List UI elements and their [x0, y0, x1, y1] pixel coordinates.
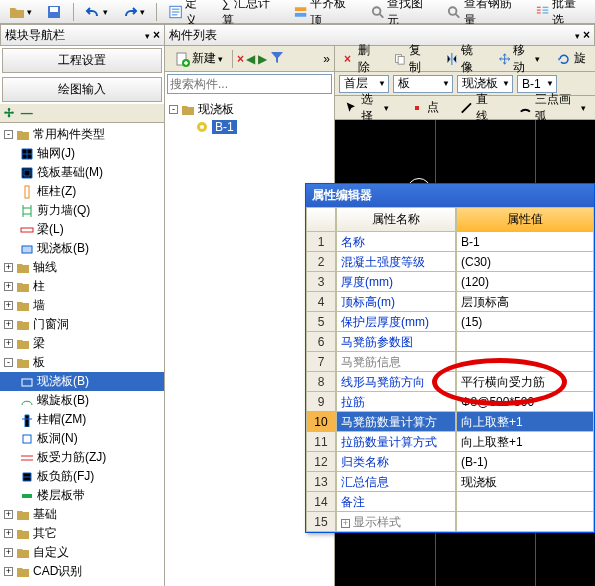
rotate-btn[interactable]: 旋: [551, 48, 591, 69]
svg-rect-4: [295, 12, 306, 16]
tree-label[interactable]: 柱帽(ZM): [37, 411, 86, 428]
svg-rect-12: [22, 494, 32, 498]
filter-icon[interactable]: [269, 49, 285, 68]
tree-label[interactable]: 现浇板(B): [37, 240, 89, 257]
prop-row[interactable]: 12归类名称(B-1): [306, 452, 594, 472]
prop-row[interactable]: 1名称B-1: [306, 232, 594, 252]
toggle-icon[interactable]: +: [4, 510, 13, 519]
comp-tree-item[interactable]: B-1: [212, 120, 237, 134]
tree-label[interactable]: 轴网(J): [37, 145, 75, 162]
svg-rect-18: [398, 56, 404, 64]
tree-label[interactable]: 螺旋板(B): [37, 392, 89, 409]
close-icon[interactable]: ×: [153, 28, 160, 42]
undo-button[interactable]: ▾: [80, 2, 113, 22]
property-editor-title: 属性编辑器: [306, 184, 594, 207]
comp-tree-root[interactable]: 现浇板: [198, 101, 234, 118]
delete-btn[interactable]: × 删除: [339, 40, 382, 78]
move-btn[interactable]: 移动▾: [493, 40, 545, 78]
tree-label[interactable]: 板洞(N): [37, 430, 78, 447]
tree-label[interactable]: 板负筋(FJ): [37, 468, 94, 485]
nav-arrows[interactable]: ◀ ▶: [246, 52, 267, 66]
svg-rect-19: [415, 106, 419, 110]
nav-pane-title: 模块导航栏: [5, 27, 65, 44]
tree-label[interactable]: 轴线: [33, 259, 57, 276]
new-component-button[interactable]: 新建▾: [169, 48, 228, 69]
prop-row[interactable]: 7马凳筋信息: [306, 352, 594, 372]
delete-icon[interactable]: ×: [237, 52, 244, 66]
close-icon[interactable]: ×: [583, 28, 590, 42]
property-editor: 属性编辑器 属性名称 属性值 1名称B-12混凝土强度等级(C30)3厚度(mm…: [305, 183, 595, 533]
engineering-settings-btn[interactable]: 工程设置: [2, 48, 162, 73]
tree-label[interactable]: 筏板基础(M): [37, 164, 103, 181]
toggle-icon[interactable]: +: [4, 263, 13, 272]
prop-row[interactable]: 13汇总信息现浇板: [306, 472, 594, 492]
prop-row[interactable]: 15+显示样式: [306, 512, 594, 532]
prop-row[interactable]: 11拉筋数量计算方式向上取整+1: [306, 432, 594, 452]
name-combo[interactable]: B-1: [517, 75, 557, 93]
tree-label[interactable]: 门窗洞: [33, 316, 69, 333]
prop-col-value: 属性值: [456, 207, 594, 232]
copy-btn[interactable]: 复制: [388, 40, 434, 78]
prop-row[interactable]: 9拉筋Φ8@500*500: [306, 392, 594, 412]
redo-button[interactable]: ▾: [117, 2, 150, 22]
tree-label[interactable]: 剪力墙(Q): [37, 202, 90, 219]
collapse-icon[interactable]: ▾: [575, 31, 580, 41]
tree-label[interactable]: 框柱(Z): [37, 183, 76, 200]
open-dropdown[interactable]: ▾: [4, 2, 37, 22]
tree-label[interactable]: 板受力筋(ZJ): [37, 449, 106, 466]
prop-row[interactable]: 10马凳筋数量计算方向上取整+1: [306, 412, 594, 432]
tree-label[interactable]: CAD识别: [33, 563, 82, 580]
main-toolbar: ▾ ▾ ▾ 定义 ∑ 汇总计算 平齐板顶 查找图元 查看钢筋量 批量选: [0, 0, 595, 24]
toggle-icon[interactable]: +: [4, 301, 13, 310]
svg-rect-1: [50, 7, 58, 12]
point-tool[interactable]: 点: [404, 97, 444, 118]
toggle-icon[interactable]: -: [4, 130, 13, 139]
prop-row[interactable]: 14备注: [306, 492, 594, 512]
prop-row[interactable]: 3厚度(mm)(120): [306, 272, 594, 292]
tree-label[interactable]: 其它: [33, 525, 57, 542]
svg-rect-3: [295, 7, 306, 11]
drawing-input-btn[interactable]: 绘图输入: [2, 77, 162, 102]
svg-point-16: [200, 125, 204, 129]
type-combo[interactable]: 板: [393, 75, 453, 93]
toggle-icon[interactable]: +: [4, 529, 13, 538]
prop-row[interactable]: 4顶标高(m)层顶标高: [306, 292, 594, 312]
subtype-combo[interactable]: 现浇板: [457, 75, 513, 93]
toggle-icon[interactable]: +: [4, 339, 13, 348]
collapse-tool-icon[interactable]: —: [21, 106, 33, 120]
tree-label[interactable]: 梁(L): [37, 221, 64, 238]
tree-label[interactable]: 柱: [33, 278, 45, 295]
svg-rect-11: [23, 435, 31, 443]
tree-label[interactable]: 板: [33, 354, 45, 371]
svg-rect-9: [22, 246, 32, 253]
module-nav-panel: 工程设置 绘图输入 ✢ — -常用构件类型 轴网(J) 筏板基础(M) 框柱(Z…: [0, 46, 165, 586]
module-tree[interactable]: -常用构件类型 轴网(J) 筏板基础(M) 框柱(Z) 剪力墙(Q) 梁(L) …: [0, 123, 164, 586]
tree-label[interactable]: 梁: [33, 335, 45, 352]
tree-label[interactable]: 楼层板带: [37, 487, 85, 504]
collapse-icon[interactable]: ▾: [145, 31, 150, 41]
prop-row[interactable]: 2混凝土强度等级(C30): [306, 252, 594, 272]
toggle-icon[interactable]: +: [4, 282, 13, 291]
expand-tool-icon[interactable]: ✢: [4, 106, 14, 120]
tree-label[interactable]: 现浇板(B): [37, 373, 89, 390]
prop-row[interactable]: 6马凳筋参数图: [306, 332, 594, 352]
prop-row[interactable]: 5保护层厚度(mm)(15): [306, 312, 594, 332]
toggle-icon[interactable]: +: [4, 567, 13, 576]
svg-rect-8: [21, 228, 33, 232]
toggle-icon[interactable]: +: [4, 320, 13, 329]
prop-col-name: 属性名称: [336, 207, 456, 232]
more-icon[interactable]: »: [323, 52, 330, 66]
search-input[interactable]: [167, 74, 332, 94]
toggle-icon[interactable]: -: [4, 358, 13, 367]
tree-label[interactable]: 墙: [33, 297, 45, 314]
tree-label[interactable]: 自定义: [33, 544, 69, 561]
toggle-icon[interactable]: +: [4, 548, 13, 557]
floor-combo[interactable]: 首层: [339, 75, 389, 93]
svg-point-5: [372, 7, 380, 15]
mirror-btn[interactable]: 镜像: [440, 40, 486, 78]
tree-label[interactable]: 常用构件类型: [33, 126, 105, 143]
tree-label[interactable]: 基础: [33, 506, 57, 523]
svg-rect-7: [25, 186, 29, 198]
prop-row[interactable]: 8线形马凳筋方向平行横向受力筋: [306, 372, 594, 392]
save-button[interactable]: [41, 2, 67, 22]
